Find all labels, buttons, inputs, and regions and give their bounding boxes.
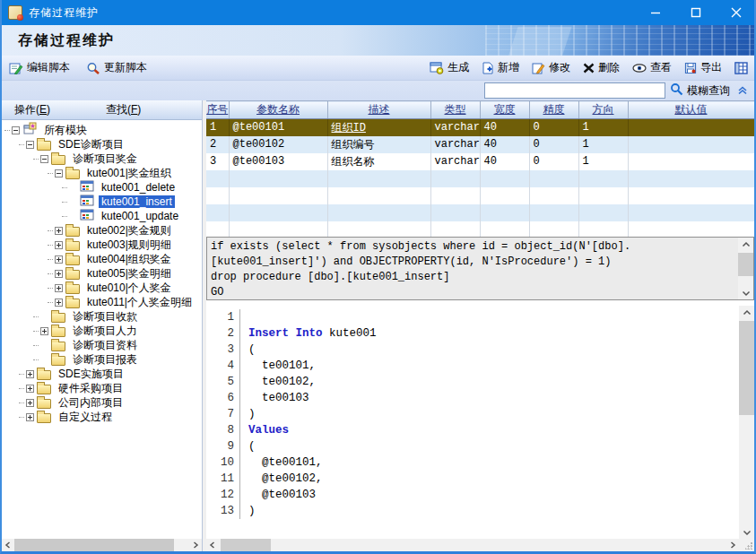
collapse-icon[interactable]: [26, 141, 34, 149]
tree-item--[interactable]: 所有模块: [2, 123, 202, 137]
tree-item--[interactable]: 诊断项目人力: [2, 324, 202, 338]
column-header-0[interactable]: 序号: [206, 101, 229, 119]
code-line: 3(: [206, 342, 739, 358]
scrollbar-thumb[interactable]: [739, 321, 754, 415]
scrollbar-thumb[interactable]: [14, 539, 174, 551]
table-cell: [628, 153, 754, 170]
tree-item-kute003-[interactable]: kute003|规则明细: [2, 238, 202, 252]
expand-icon[interactable]: [26, 385, 34, 393]
expand-icon[interactable]: [26, 399, 34, 407]
tree-item--[interactable]: 诊断项目奖金: [2, 151, 202, 166]
maximize-button[interactable]: [675, 0, 716, 25]
table-empty-row[interactable]: [206, 221, 754, 238]
tree-connector: [48, 173, 53, 174]
tree-item--[interactable]: 硬件采购项目: [2, 381, 202, 395]
delete-button[interactable]: 删除: [581, 58, 621, 77]
expand-icon[interactable]: [55, 241, 63, 249]
scroll-right-icon[interactable]: [189, 539, 202, 551]
resize-grip[interactable]: [739, 539, 754, 551]
menu-item-f[interactable]: 查找(F): [93, 102, 153, 117]
column-header-3[interactable]: 类型: [430, 101, 480, 119]
tree-item-kute001_insert[interactable]: kute001_insert: [2, 195, 202, 209]
close-button[interactable]: [716, 0, 756, 25]
scroll-left-icon[interactable]: [2, 539, 14, 551]
column-options-button[interactable]: [733, 60, 750, 76]
add-button[interactable]: 新增: [480, 58, 521, 77]
collapse-icon[interactable]: [12, 126, 20, 134]
scroll-up-icon[interactable]: [739, 306, 754, 319]
code-horizontal-scrollbar[interactable]: [206, 539, 739, 551]
column-header-7[interactable]: 默认值: [628, 101, 754, 119]
expand-icon[interactable]: [26, 413, 34, 421]
export-button[interactable]: 导出: [682, 58, 724, 77]
collapse-icon[interactable]: [55, 169, 63, 177]
collapse-icon[interactable]: [40, 155, 48, 163]
column-header-4[interactable]: 宽度: [480, 101, 529, 119]
tree-item-kute002-[interactable]: kute002|奖金规则: [2, 223, 202, 238]
tree-item-kute001-[interactable]: kute001|奖金组织: [2, 166, 202, 180]
table-cell: [480, 170, 529, 187]
table-empty-row[interactable]: [206, 204, 754, 221]
column-header-6[interactable]: 方向: [578, 101, 628, 119]
tree-item--[interactable]: 诊断项目资料: [2, 338, 202, 352]
column-header-5[interactable]: 精度: [529, 101, 578, 119]
tree-item-sde-[interactable]: SDE实施项目: [2, 367, 202, 381]
tree-horizontal-scrollbar[interactable]: [2, 539, 202, 551]
scrollbar-thumb[interactable]: [738, 253, 753, 276]
scroll-right-icon[interactable]: [726, 539, 739, 551]
update-script-button[interactable]: 更新脚本: [84, 58, 149, 77]
tree-item--[interactable]: 诊断项目报表: [2, 352, 202, 367]
window-titlebar[interactable]: 存储过程维护: [0, 0, 756, 25]
expand-icon[interactable]: [55, 270, 63, 278]
expand-icon[interactable]: [40, 327, 48, 335]
table-row[interactable]: 2@te00102组织编号varchar4001: [206, 136, 754, 153]
tree-item-kute001_delete[interactable]: kute001_delete: [2, 180, 202, 195]
expand-icon[interactable]: [55, 227, 63, 235]
drop-script-view[interactable]: if exists (select * from sysobjects wher…: [206, 237, 754, 300]
procedure-code-editor[interactable]: 1 2Insert Into kute0013(4 te00101,5 te00…: [206, 306, 754, 551]
code-line-text: Insert Into kute001: [240, 325, 377, 342]
scroll-down-icon[interactable]: [738, 286, 753, 299]
expand-icon[interactable]: [55, 299, 63, 307]
table-row[interactable]: 3@te00103组织名称varchar4001: [206, 153, 754, 170]
generate-button[interactable]: 生成: [428, 58, 471, 77]
view-button[interactable]: 查看: [630, 58, 673, 77]
tree-item-kute011-[interactable]: kute011|个人奖金明细: [2, 295, 202, 309]
column-header-2[interactable]: 描述: [327, 101, 430, 119]
table-row[interactable]: 1@te00101组织IDvarchar4001: [206, 119, 754, 136]
collapse-panel-button[interactable]: [734, 84, 751, 98]
folder-icon: [65, 255, 80, 265]
tree-item--[interactable]: 诊断项目收款: [2, 309, 202, 324]
tree-item--[interactable]: 公司内部项目: [2, 395, 202, 410]
tree-item-kute004-[interactable]: kute004|组织奖金: [2, 252, 202, 266]
code-vertical-scrollbar[interactable]: [739, 306, 754, 539]
table-empty-row[interactable]: [206, 170, 754, 187]
minimize-button[interactable]: [635, 0, 675, 25]
scroll-up-icon[interactable]: [738, 238, 753, 251]
column-header-1[interactable]: 参数名称: [229, 101, 327, 119]
tree-item-kute001_update[interactable]: kute001_update: [2, 209, 202, 223]
script-vertical-scrollbar[interactable]: [738, 238, 753, 299]
expand-icon[interactable]: [55, 284, 63, 292]
menu-item-e[interactable]: 操作(E): [2, 102, 63, 117]
tree-item--[interactable]: 自定义过程: [2, 410, 202, 424]
code-line: 10 @te00101,: [206, 454, 739, 471]
sql-text: (: [248, 440, 256, 453]
fuzzy-search-button[interactable]: 模糊查询: [670, 82, 730, 99]
chevron-up-icon: [737, 84, 748, 98]
expand-icon[interactable]: [26, 370, 34, 378]
search-input[interactable]: [484, 82, 665, 99]
tree-item-sde-[interactable]: SDE诊断项目: [2, 137, 202, 151]
scroll-left-icon[interactable]: [206, 539, 219, 551]
tree-item-kute010-[interactable]: kute010|个人奖金: [2, 281, 202, 295]
scrollbar-thumb[interactable]: [221, 539, 271, 551]
expand-icon[interactable]: [55, 255, 63, 264]
modify-button[interactable]: 修改: [530, 58, 572, 77]
tree-item-kute005-[interactable]: kute005|奖金明细: [2, 266, 202, 281]
table-empty-row[interactable]: [206, 187, 754, 204]
line-number: 2: [206, 325, 240, 342]
script-line: [kute001_insert]') and OBJECTPROPERTY(id…: [211, 255, 734, 270]
scroll-down-icon[interactable]: [739, 525, 754, 539]
edit-script-button[interactable]: 编辑脚本: [7, 58, 72, 77]
folder-icon: [51, 356, 65, 366]
